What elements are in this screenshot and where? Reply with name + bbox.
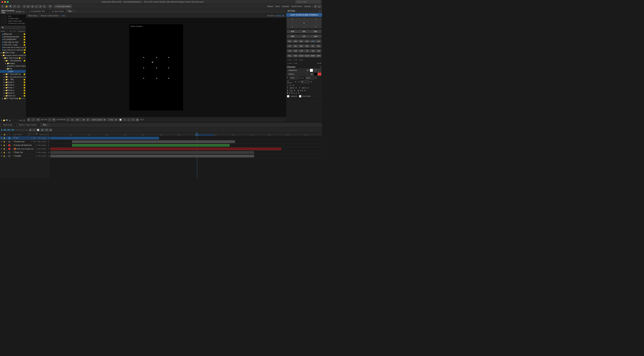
tree-old-fashioned-comp[interactable]: ▼ 📁 1 - Old fashioned (0, 59, 26, 62)
font-select[interactable]: AlwaysHere (287, 69, 309, 72)
tl-layer-5[interactable]: 👁 🔒 ☀ 5 T Body Text ⚙ ★ fx ⊙ None ▼ (0, 151, 50, 154)
v-scale-arrow[interactable]: ▼ (307, 87, 309, 89)
tool-roto[interactable]: ⊘ (39, 5, 42, 8)
tree-tea-cup[interactable]: ▶ TEA CUP_1.mp4 (0, 44, 26, 46)
folder-btn[interactable]: 📁 (3, 119, 6, 122)
baseline-arrow[interactable]: ▼ (294, 90, 296, 92)
transparency-btn[interactable]: ⬜ (118, 118, 122, 121)
guides-btn[interactable]: ⊡ (131, 118, 135, 121)
blur-btn[interactable]: BLUR (298, 54, 304, 57)
font-size-input[interactable] (290, 76, 299, 80)
next-frame-btn[interactable]: ⏭ (320, 62, 321, 64)
ez-tutorial-btn[interactable]: CLICK TO WATCH NEW TUTORIALS (286, 13, 322, 17)
preview-icon-btn[interactable]: ⬛ (31, 118, 36, 121)
tree-final-comp[interactable]: ▶ 📁 02. Final Comp Render (0, 97, 26, 100)
workspace-default[interactable]: Default (267, 6, 273, 7)
trl-btn[interactable]: TRL (310, 45, 316, 48)
red-swatch[interactable] (318, 73, 321, 76)
tree-p1144069[interactable]: ▶ P1144069.MP4 (0, 38, 26, 41)
fit-btn[interactable]: ≡ (48, 118, 51, 121)
tl-bar-5[interactable] (50, 151, 254, 154)
minus10f-btn[interactable]: -10F (310, 49, 316, 53)
tree-tbd[interactable]: ▶ 📁 5 - TBD (0, 78, 26, 81)
style-sub[interactable]: T₁ (298, 92, 300, 94)
layer2-solo[interactable]: ☀ (6, 141, 8, 143)
sol-btn[interactable]: SOL (287, 40, 292, 43)
zoom-level[interactable]: (62.3%) (41, 119, 47, 121)
arrow-l[interactable]: ← (287, 22, 298, 25)
color-mgmt-btn[interactable]: ⬛ (23, 120, 25, 121)
tree-scene7[interactable]: ▶ 📁 Scene 7 (0, 86, 26, 89)
layer5-parent-arrow[interactable]: ▼ (48, 152, 50, 153)
tree-scene9[interactable]: ▶ 📁 Scene 9 (0, 92, 26, 94)
minus15f-btn[interactable]: -15F (316, 49, 321, 53)
layer5-solo[interactable]: ☀ (6, 152, 8, 153)
new-item-btn[interactable]: + (1, 119, 2, 122)
tl-camera-btn[interactable]: 📷 (45, 129, 48, 131)
metrics-arrow[interactable]: ▼ (295, 81, 297, 83)
view-count-select[interactable]: 1 View 2 Views 4 Views (107, 118, 118, 121)
grid-btn[interactable]: ⊞ (70, 118, 74, 121)
tl-close-scene1[interactable]: ✕ (37, 124, 39, 126)
tree-text-folder[interactable]: ▼ 📁 Text (0, 68, 26, 70)
tl-marker-btn[interactable]: ◇ (32, 129, 36, 131)
snapshot-btn[interactable]: 📷 (52, 118, 56, 121)
tree-images[interactable]: ▶ 📁 Images (0, 62, 26, 65)
tree-pear-comp[interactable]: ▶ 📁 2 - Pear with me (0, 73, 26, 76)
tl-layer-4[interactable]: 👁 🔒 ☀ 4 [Pale Gray-Orange Solid 2] ⚙ ★ f… (0, 147, 50, 151)
ee-btn[interactable]: EE (287, 45, 292, 48)
eei-btn[interactable]: EEI (293, 45, 298, 48)
tree-molly[interactable]: ▶ Molly.mp4 (0, 33, 26, 36)
handle-mr[interactable] (168, 68, 169, 68)
layer6-lock[interactable]: 🔒 (3, 155, 6, 157)
minus5f-btn[interactable]: -5F (304, 49, 310, 53)
tool-type[interactable]: T (48, 5, 52, 8)
tsume-arrow[interactable]: ▼ (304, 90, 306, 92)
project-search-input[interactable] (1, 26, 25, 29)
tool-shape[interactable]: ▭ (17, 5, 20, 8)
ramp-btn[interactable]: RAMP (310, 54, 316, 57)
timeline-time[interactable]: 0:00:08:06 (1, 129, 14, 131)
eyedropper-btn[interactable]: ✏ (314, 69, 317, 72)
handle-mc[interactable] (156, 68, 157, 68)
color-space-btn[interactable]: ⊠ (86, 118, 90, 121)
layer1-parent-arrow[interactable]: ▼ (48, 137, 50, 139)
handle-tc[interactable] (156, 57, 157, 58)
tl-close-text[interactable]: ✕ (47, 124, 48, 126)
cam-btn[interactable]: CAM (310, 40, 316, 43)
layer1-lock[interactable]: 🔒 (3, 137, 6, 139)
bg-color-swatch[interactable] (314, 73, 317, 76)
search-btn[interactable]: 🔍 (6, 119, 8, 122)
del-btn[interactable]: DEL (310, 30, 321, 33)
tl-layer-6[interactable]: 👁 🔒 ☀ 6 T Subtitle ⚙ ★ fx ⊙ None ▼ (0, 154, 50, 158)
tree-scene8[interactable]: ▶ 📁 Scene 8 (0, 89, 26, 92)
layer6-parent-arrow[interactable]: ▼ (48, 155, 50, 157)
tool-puppet[interactable]: ✦ (42, 5, 46, 8)
tl-graph-btn[interactable]: 📈 (36, 129, 40, 131)
pre-btn[interactable]: PRE (287, 35, 298, 38)
layer5-vis[interactable]: 👁 (1, 152, 3, 153)
tl-layer-1[interactable]: 👁 🔒 ☀ 1 T Title ⚙ ★ fx ◇ ◻ ◼ ⊙ No (0, 136, 50, 140)
layer1-solo[interactable]: ☀ (6, 137, 8, 139)
tree-edits-of-clips[interactable]: ▶ 📁 Edits of clips (0, 51, 26, 54)
tool-clone[interactable]: ⊕ (31, 5, 34, 8)
tl-link-btn[interactable]: 🔗 (40, 129, 44, 131)
tree-scene6[interactable]: ▶ 📁 Scene 6 (0, 84, 26, 86)
breadcrumb-final-comp[interactable]: Final Comp (28, 15, 37, 17)
plus10f-btn[interactable]: +10F (293, 49, 298, 53)
arrow-bl[interactable]: ↙ (287, 25, 298, 28)
sha-btn[interactable]: SHA (293, 40, 298, 43)
tl-bar-6[interactable] (50, 155, 254, 157)
layer3-solo[interactable]: ☀ (6, 144, 8, 146)
renderer-value[interactable]: Classic 3D (276, 15, 284, 17)
arrow-r[interactable]: → (310, 22, 321, 25)
tree-edit-comps[interactable]: ▼ 📁 01. Edit Comps Edit The (0, 57, 26, 59)
inp-btn[interactable]: inP (298, 35, 310, 38)
tab-close-text[interactable]: ✕ (72, 11, 74, 12)
leading-arrow[interactable]: ▼ (315, 77, 317, 79)
cam-icon-btn[interactable]: 📷 (36, 118, 40, 121)
workspace-learn[interactable]: Learn (275, 6, 280, 7)
arrow-tl[interactable]: ↖ (287, 18, 298, 21)
style-select[interactable]: Medium (287, 73, 314, 76)
tool-rotate[interactable]: ↺ (13, 5, 16, 8)
